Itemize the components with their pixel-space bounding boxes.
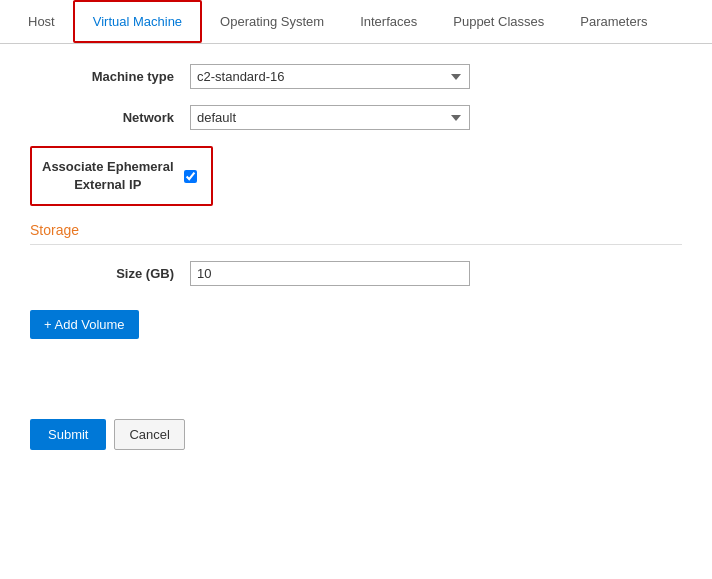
- machine-type-select[interactable]: c2-standard-16: [190, 64, 470, 89]
- cancel-button[interactable]: Cancel: [114, 419, 184, 450]
- tab-interfaces[interactable]: Interfaces: [342, 0, 435, 43]
- machine-type-label: Machine type: [30, 69, 190, 84]
- tab-parameters[interactable]: Parameters: [562, 0, 665, 43]
- machine-type-control: c2-standard-16: [190, 64, 470, 89]
- footer-buttons: Submit Cancel: [30, 419, 682, 450]
- tab-host[interactable]: Host: [10, 0, 73, 43]
- size-row: Size (GB): [30, 261, 682, 286]
- add-volume-row: + Add Volume: [30, 302, 682, 339]
- ephemeral-label: Associate EphemeralExternal IP: [42, 158, 174, 194]
- tab-puppet-classes[interactable]: Puppet Classes: [435, 0, 562, 43]
- storage-section-title: Storage: [30, 222, 682, 245]
- ephemeral-wrapper: Associate EphemeralExternal IP: [30, 146, 682, 206]
- storage-section: Storage Size (GB) + Add Volume: [30, 222, 682, 339]
- submit-button[interactable]: Submit: [30, 419, 106, 450]
- main-content: Machine type c2-standard-16 Network defa…: [0, 44, 712, 470]
- network-row: Network default: [30, 105, 682, 130]
- network-label: Network: [30, 110, 190, 125]
- ephemeral-checkbox[interactable]: [184, 170, 197, 183]
- size-label: Size (GB): [30, 266, 190, 281]
- size-input[interactable]: [190, 261, 470, 286]
- ephemeral-box: Associate EphemeralExternal IP: [30, 146, 213, 206]
- add-volume-button[interactable]: + Add Volume: [30, 310, 139, 339]
- tab-virtual-machine[interactable]: Virtual Machine: [73, 0, 202, 43]
- network-control: default: [190, 105, 470, 130]
- network-select[interactable]: default: [190, 105, 470, 130]
- machine-type-row: Machine type c2-standard-16: [30, 64, 682, 89]
- tabs-bar: Host Virtual Machine Operating System In…: [0, 0, 712, 44]
- size-control: [190, 261, 470, 286]
- tab-operating-system[interactable]: Operating System: [202, 0, 342, 43]
